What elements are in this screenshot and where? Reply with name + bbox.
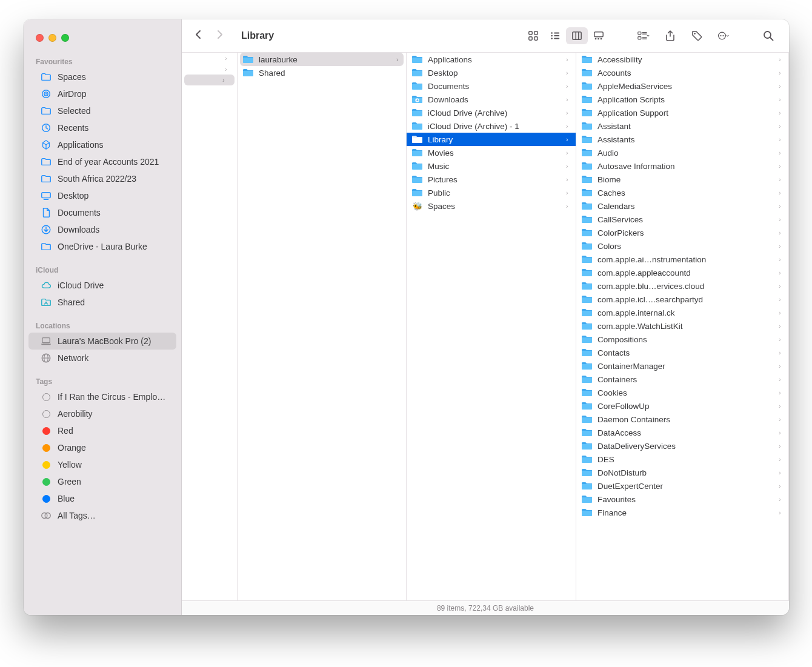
file-label: Containers [597,375,774,384]
file-row[interactable]: DES› [576,453,788,466]
file-row[interactable]: Assistants› [576,133,788,146]
chevron-right-icon: › [779,69,784,76]
close-button[interactable] [36,34,44,42]
chevron-right-icon: › [566,109,571,116]
sidebar-item[interactable]: Aerobility [28,405,176,422]
column-placeholder-row[interactable]: › [184,75,235,85]
share-button[interactable] [659,27,681,44]
folder-icon [581,68,593,78]
file-row[interactable]: Downloads› [407,93,576,106]
sidebar-item[interactable]: Desktop [28,187,176,204]
file-row[interactable]: CallServices› [576,213,788,226]
file-row[interactable]: Accessibility› [576,53,788,66]
file-row[interactable]: Colors› [576,239,788,253]
sidebar-item[interactable]: Network [28,350,176,367]
chevron-right-icon: › [779,176,784,183]
file-row[interactable]: Movies› [407,146,576,159]
file-row[interactable]: Audio› [576,146,788,159]
column-placeholder-row[interactable]: › [182,53,237,64]
view-columns-button[interactable] [566,27,588,44]
file-row[interactable]: Caches› [576,186,788,199]
zoom-button[interactable] [61,34,69,42]
forward-button[interactable] [215,30,224,42]
minimize-button[interactable] [48,34,56,42]
file-row[interactable]: iCloud Drive (Archive)› [407,106,576,119]
view-list-button[interactable] [544,27,566,44]
file-row[interactable]: Documents› [407,79,576,93]
search-button[interactable] [757,27,779,44]
file-row[interactable]: Public› [407,186,576,199]
svg-point-8 [45,302,47,304]
file-row[interactable]: Desktop› [407,66,576,79]
file-row[interactable]: 🐝Spaces› [407,199,576,213]
sidebar-item[interactable]: OneDrive - Laura Burke [28,238,176,255]
file-row[interactable]: Autosave Information› [576,159,788,173]
sidebar-item[interactable]: All Tags… [28,507,176,524]
file-row[interactable]: Assistant› [576,119,788,133]
file-row[interactable]: Accounts› [576,66,788,79]
file-row[interactable]: ColorPickers› [576,226,788,239]
file-row[interactable]: Calendars› [576,199,788,213]
group-button[interactable] [633,27,654,44]
sidebar-item[interactable]: Blue [28,490,176,507]
file-row[interactable]: com.apple.appleaccountd› [576,266,788,279]
file-row[interactable]: Daemon Containers› [576,413,788,426]
sidebar-item[interactable]: If I Ran the Circus - Emplo… [28,388,176,405]
file-row[interactable]: Applications› [407,53,576,66]
column-placeholder-row[interactable]: › [182,64,237,75]
file-row[interactable]: Library› [407,133,576,146]
file-label: Assistants [597,135,774,144]
file-row[interactable]: iCloud Drive (Archive) - 1› [407,119,576,133]
sidebar-item[interactable]: AirDrop [28,85,176,102]
sidebar-item[interactable]: Applications [28,136,176,153]
file-label: CoreFollowUp [597,402,774,411]
file-label: Daemon Containers [597,415,774,424]
sidebar-item[interactable]: Laura's MacBook Pro (2) [28,333,176,350]
sidebar-item[interactable]: iCloud Drive [28,277,176,294]
sidebar-item[interactable]: Selected [28,102,176,119]
file-row[interactable]: Finance› [576,506,788,519]
sidebar-item[interactable]: End of year Accounts 2021 [28,153,176,170]
tags-button[interactable] [686,27,708,44]
file-row[interactable]: com.apple.blu…ervices.cloud› [576,279,788,293]
file-row[interactable]: Application Scripts› [576,93,788,106]
file-row[interactable]: Biome› [576,173,788,186]
file-row[interactable]: com.apple.icl….searchpartyd› [576,293,788,306]
svg-line-44 [770,38,773,41]
chevron-right-icon: › [566,136,571,143]
file-row[interactable]: Favourites› [576,493,788,506]
sidebar-item[interactable]: Downloads [28,221,176,238]
file-row[interactable]: com.apple.internal.ck› [576,306,788,319]
sidebar-item[interactable]: Red [28,422,176,439]
sidebar-item[interactable]: South Africa 2022/23 [28,170,176,187]
file-row[interactable]: DataDeliveryServices› [576,439,788,453]
sidebar-item[interactable]: Shared [28,294,176,311]
view-gallery-button[interactable] [588,27,610,44]
file-row[interactable]: Contacts› [576,346,788,359]
file-row[interactable]: CoreFollowUp› [576,399,788,413]
sidebar-item[interactable]: Documents [28,204,176,221]
file-row[interactable]: DoNotDisturb› [576,466,788,479]
sidebar-item[interactable]: Green [28,473,176,490]
file-row[interactable]: DuetExpertCenter› [576,479,788,493]
file-row[interactable]: Application Support› [576,106,788,119]
file-row[interactable]: Cookies› [576,386,788,399]
file-row[interactable]: Shared [238,66,406,79]
sidebar-item[interactable]: Orange [28,439,176,456]
file-row[interactable]: Containers› [576,373,788,386]
sidebar-item[interactable]: Spaces [28,68,176,85]
file-row[interactable]: DataAccess› [576,426,788,439]
back-button[interactable] [194,30,204,42]
file-row[interactable]: AppleMediaServices› [576,79,788,93]
file-row[interactable]: Compositions› [576,333,788,346]
file-row[interactable]: Music› [407,159,576,173]
file-row[interactable]: com.apple.WatchListKit› [576,319,788,333]
file-row[interactable]: lauraburke› [240,53,404,66]
sidebar-item[interactable]: Recents [28,119,176,136]
sidebar-item[interactable]: Yellow [28,456,176,473]
file-row[interactable]: ContainerManager› [576,359,788,373]
file-row[interactable]: com.apple.ai…nstrumentation› [576,253,788,266]
file-row[interactable]: Pictures› [407,173,576,186]
view-icons-button[interactable] [522,27,544,44]
action-button[interactable] [713,27,734,44]
